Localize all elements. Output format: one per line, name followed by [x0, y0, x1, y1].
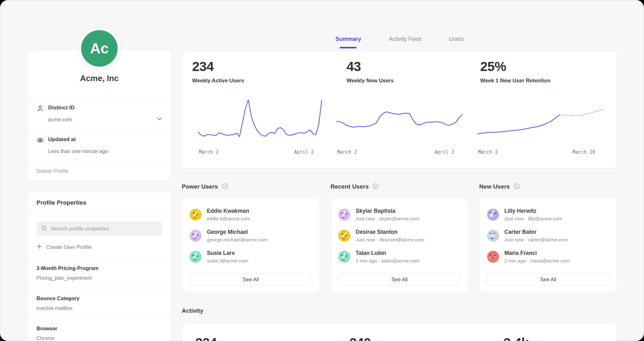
property-item: Browser Chrome [28, 318, 171, 341]
user-avatar [190, 230, 202, 242]
user-avatar [338, 251, 350, 263]
user-avatar [487, 230, 499, 242]
create-user-profile-button[interactable]: Create User Profile [36, 244, 162, 251]
user-name: Skylar Baptista [356, 207, 419, 215]
user-row[interactable]: Talan Lubin 2 min ago · talan@acme.com [338, 248, 461, 266]
property-item: 3-Month Pricing Program Pricing_plan_exp… [28, 258, 171, 288]
user-avatar [338, 209, 350, 221]
section-header: New Users [479, 182, 617, 191]
person-icon [36, 105, 44, 113]
user-row[interactable]: Desirae Stanton Just now · desirare@acme… [338, 227, 461, 245]
user-email: george.michael@acme.com [207, 236, 268, 243]
info-icon[interactable] [514, 183, 520, 191]
info-icon[interactable] [372, 183, 379, 191]
eye-icon [36, 136, 44, 145]
user-avatar [487, 209, 499, 221]
activity-title: Activity [182, 307, 617, 316]
field-label: Updated at [48, 135, 152, 144]
section-header: Power Users [182, 182, 320, 191]
stat-value: 234 [192, 59, 244, 74]
user-row[interactable]: Carter Bator Just now · carter@acme.com [487, 227, 609, 245]
profile-sidebar: Ac Acme, Inc Distinct ID acme.com [27, 0, 171, 341]
section-title: New Users [479, 183, 510, 190]
section-recent-users: Recent Users Skylar Baptista Just now · … [330, 182, 469, 292]
sparkline-weekly-new-users: March 2 April 2 [336, 97, 463, 157]
user-row[interactable]: Eddie Kwakman eddie.k@acme.com [190, 206, 312, 224]
tab-activity-feed[interactable]: Activity Feed [389, 35, 421, 44]
property-name: Bounce Category [36, 295, 162, 302]
field-value: acme.com [48, 115, 152, 124]
activity-card: 234 240 3.4k [182, 323, 617, 341]
x-axis: March 2 April 2 [336, 149, 463, 156]
activity-stat: 234 [195, 335, 217, 341]
company-name: Acme, Inc [28, 73, 171, 98]
section-title: Recent Users [330, 183, 369, 190]
user-name: Susie Lars [207, 249, 248, 257]
stat-weekly-active-users: 234 Weekly Active Users [192, 59, 244, 84]
user-row[interactable]: Lilly Herwitz Just now · lilly@acme.com [487, 206, 609, 224]
see-all-button[interactable]: See All [190, 274, 312, 285]
tab-bar: Summary Activity Feed Users [182, 35, 617, 44]
tab-summary[interactable]: Summary [335, 35, 361, 44]
see-all-button[interactable]: See All [487, 274, 609, 285]
x-axis-tick: April 2 [434, 149, 454, 155]
field-row-updated-at: Updated at Less than one minute ago [28, 130, 171, 162]
plus-icon [36, 244, 42, 251]
user-sections-row: Power Users Eddie Kwakman eddie.k@acme.c… [182, 182, 617, 292]
x-axis-tick: April 2 [294, 149, 314, 155]
x-axis: March 2 March 10 [477, 149, 604, 156]
user-name: George Michael [207, 228, 268, 236]
main-content: Summary Activity Feed Users 234 Weekly A… [182, 0, 617, 341]
user-name: Talan Lubin [356, 249, 419, 257]
power-users-card: Eddie Kwakman eddie.k@acme.com George Mi… [182, 197, 320, 292]
user-avatar [190, 251, 202, 263]
property-value: inactive-mailbox [36, 305, 162, 312]
user-row[interactable]: George Michael george.michael@acme.com [190, 227, 312, 245]
tab-users[interactable]: Users [449, 35, 464, 44]
user-row[interactable]: Skylar Baptista Just now · skyler@acme.c… [338, 206, 461, 224]
search-profile-properties[interactable] [36, 222, 162, 236]
sparkline-week1-retention: March 2 March 10 [477, 97, 604, 157]
field-value: Less than one minute ago [48, 147, 152, 155]
user-row[interactable]: Susie Lars susie.l@acme.com [190, 248, 312, 266]
stat-weekly-new-users: 43 Weekly New Users [347, 59, 394, 84]
user-avatar [190, 209, 202, 221]
see-all-button[interactable]: See All [338, 274, 461, 285]
company-card: Acme, Inc Distinct ID acme.com [27, 50, 171, 181]
new-users-card: Lilly Herwitz Just now · lilly@acme.com … [479, 197, 617, 292]
create-user-profile-label: Create User Profile [46, 244, 92, 250]
search-icon [41, 225, 47, 233]
property-value: Pricing_plan_experiment [36, 275, 162, 282]
property-name: Browser [36, 325, 162, 332]
section-new-users: New Users Lilly Herwitz Just now · lilly… [479, 182, 617, 292]
user-email: Just now · desirare@acme.com [356, 236, 424, 243]
stat-value: 43 [347, 59, 394, 74]
section-power-users: Power Users Eddie Kwakman eddie.k@acme.c… [182, 182, 320, 292]
user-row[interactable]: Maria Franci 2 min ago · maria@acme.com [487, 248, 609, 266]
property-value: Chrome [36, 335, 162, 341]
field-label: Distinct ID [48, 104, 152, 112]
delete-profile-button[interactable]: Delete Profile [28, 162, 171, 180]
user-name: Desirae Stanton [356, 228, 424, 236]
search-input[interactable] [50, 225, 158, 232]
property-name: 3-Month Pricing Program [36, 265, 162, 272]
user-email: Just now · lilly@acme.com [504, 215, 562, 222]
user-email: 2 min ago · talan@acme.com [356, 257, 419, 264]
user-email: susie.l@acme.com [207, 257, 248, 264]
field-row-distinct-id[interactable]: Distinct ID acme.com [28, 99, 171, 130]
company-avatar-wrap: Ac [79, 28, 120, 69]
profile-properties-card: Profile Properties Create User Pro [27, 192, 171, 341]
section-title: Power Users [182, 183, 218, 190]
chevron-down-icon[interactable] [156, 115, 164, 124]
user-email: 2 min ago · maria@acme.com [504, 257, 570, 264]
company-initials: Ac [90, 40, 109, 57]
info-icon[interactable] [222, 183, 228, 191]
user-avatar [487, 251, 499, 263]
x-axis-tick: March 2 [199, 149, 219, 155]
activity-stat: 240 [349, 335, 371, 341]
user-email: Just now · carter@acme.com [504, 236, 568, 243]
section-header: Recent Users [330, 182, 469, 191]
user-email: Just now · skyler@acme.com [356, 215, 419, 222]
profile-properties-title: Profile Properties [28, 192, 171, 213]
x-axis: March 2 April 2 [197, 149, 323, 156]
